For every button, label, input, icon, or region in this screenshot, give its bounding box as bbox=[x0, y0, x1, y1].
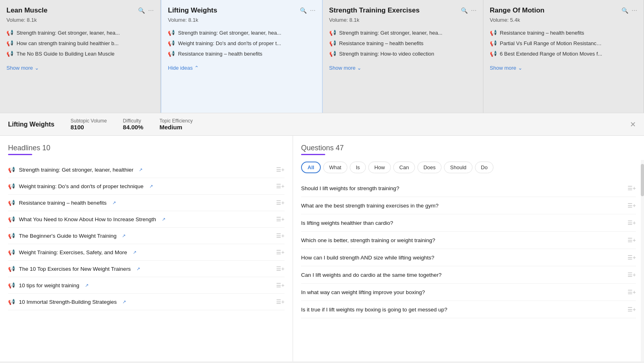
card-item-text: Strength training: Get stronger, leaner,… bbox=[178, 30, 281, 36]
add-to-list-icon[interactable]: ☰+ bbox=[276, 216, 285, 222]
more-icon[interactable]: ⋯ bbox=[471, 7, 477, 14]
card-volume: Volume: 8.1k bbox=[168, 17, 315, 23]
add-to-list-icon[interactable]: ☰+ bbox=[276, 249, 285, 255]
card-item-text: Resistance training – health benefits bbox=[178, 51, 262, 57]
more-icon[interactable]: ⋯ bbox=[148, 7, 154, 14]
card-item-text: How can strength training build healthie… bbox=[17, 40, 119, 46]
external-link-icon[interactable]: ↗ bbox=[122, 233, 126, 239]
megaphone-icon: 📢 bbox=[490, 40, 497, 46]
add-to-list-icon[interactable]: ☰+ bbox=[627, 202, 636, 209]
headline-text: Strength training: Get stronger, leaner,… bbox=[19, 167, 133, 173]
card-title: Range Of Motion bbox=[490, 6, 545, 15]
filter-tab-what[interactable]: What bbox=[323, 162, 347, 173]
card-volume: Volume: 8.1k bbox=[329, 17, 477, 23]
show-more-link[interactable]: Show more ⌄ bbox=[490, 65, 637, 71]
filter-tab-how[interactable]: How bbox=[368, 162, 391, 173]
external-link-icon[interactable]: ↗ bbox=[122, 299, 126, 305]
external-link-icon[interactable]: ↗ bbox=[85, 283, 89, 288]
headline-item: 📢Resistance training – health benefits ↗… bbox=[8, 195, 285, 211]
filter-tab-does[interactable]: Does bbox=[417, 162, 442, 173]
panel-stat-value: Medium bbox=[159, 124, 192, 131]
add-to-list-icon[interactable]: ☰+ bbox=[276, 183, 285, 189]
questions-count: 47 bbox=[336, 144, 344, 152]
filter-tab-all[interactable]: All bbox=[301, 162, 321, 173]
external-link-icon[interactable]: ↗ bbox=[162, 217, 165, 222]
headline-text: What You Need to Know About How to Incre… bbox=[19, 216, 156, 222]
add-to-list-icon[interactable]: ☰+ bbox=[627, 254, 636, 261]
scroll-thumb[interactable] bbox=[641, 164, 644, 196]
content-row: Headlines 10 📢Strength training: Get str… bbox=[0, 136, 644, 361]
headline-item: 📢Weight Training: Exercises, Safety, and… bbox=[8, 244, 285, 261]
show-more-label: Show more bbox=[6, 65, 33, 71]
megaphone-blue-icon: 📢 bbox=[8, 216, 15, 222]
close-button[interactable]: ✕ bbox=[630, 120, 636, 129]
chevron-up-icon: ⌃ bbox=[194, 65, 199, 71]
megaphone-icon: 📢 bbox=[6, 29, 13, 36]
headline-text: The Beginner's Guide to Weight Training bbox=[19, 233, 116, 239]
show-more-link[interactable]: Show more ⌄ bbox=[329, 65, 477, 71]
add-to-list-icon[interactable]: ☰+ bbox=[276, 266, 285, 272]
scroll-track[interactable] bbox=[641, 160, 644, 361]
add-to-list-icon[interactable]: ☰+ bbox=[627, 306, 636, 313]
add-to-list-icon[interactable]: ☰+ bbox=[276, 232, 285, 239]
questions-list: Should I lift weights for strength train… bbox=[301, 180, 636, 318]
headline-left: 📢10 tips for weight training ↗ bbox=[8, 282, 89, 288]
more-icon[interactable]: ⋯ bbox=[632, 7, 637, 14]
filter-tab-do[interactable]: Do bbox=[475, 162, 494, 173]
megaphone-blue-icon: 📢 bbox=[8, 232, 15, 239]
card-item: 📢 The No BS Guide to Building Lean Muscl… bbox=[6, 50, 154, 57]
add-to-list-icon[interactable]: ☰+ bbox=[276, 299, 285, 305]
more-icon[interactable]: ⋯ bbox=[310, 7, 316, 14]
add-to-list-icon[interactable]: ☰+ bbox=[276, 282, 285, 288]
show-more-link[interactable]: Show more ⌄ bbox=[6, 65, 154, 71]
add-to-list-icon[interactable]: ☰+ bbox=[627, 272, 636, 278]
add-to-list-icon[interactable]: ☰+ bbox=[627, 237, 636, 243]
headline-left: 📢The Beginner's Guide to Weight Training… bbox=[8, 232, 126, 239]
filter-tab-is[interactable]: Is bbox=[350, 162, 366, 173]
panel-stat-label: Difficulty bbox=[123, 118, 143, 124]
card-strength-training: Strength Training Exercises 🔍 ⋯ Volume: … bbox=[323, 0, 483, 113]
add-to-list-icon[interactable]: ☰+ bbox=[627, 220, 636, 226]
show-more-label: Show more bbox=[490, 65, 516, 71]
card-volume: Volume: 8.1k bbox=[6, 17, 154, 23]
search-icon[interactable]: 🔍 bbox=[138, 7, 145, 14]
headline-text: The 10 Top Exercises for New Weight Trai… bbox=[19, 266, 131, 272]
headlines-title: Headlines 10 bbox=[8, 144, 285, 152]
megaphone-icon: 📢 bbox=[6, 50, 13, 57]
question-item: Can I lift weights and do cardio at the … bbox=[301, 266, 636, 284]
external-link-icon[interactable]: ↗ bbox=[149, 184, 153, 189]
headlines-list: 📢Strength training: Get stronger, leaner… bbox=[8, 162, 285, 310]
external-link-icon[interactable]: ↗ bbox=[136, 266, 140, 272]
search-icon[interactable]: 🔍 bbox=[621, 7, 628, 14]
card-item: 📢 Strength training: Get stronger, leane… bbox=[329, 29, 477, 36]
section-underline bbox=[301, 154, 325, 155]
card-item-text: Strength training: How-to video collecti… bbox=[339, 51, 434, 57]
filter-tab-should[interactable]: Should bbox=[444, 162, 472, 173]
megaphone-icon: 📢 bbox=[490, 50, 497, 57]
add-to-list-icon[interactable]: ☰+ bbox=[276, 166, 285, 173]
card-item-text: 6 Best Extended Range of Motion Moves f.… bbox=[500, 51, 602, 57]
card-title: Strength Training Exercises bbox=[329, 6, 420, 15]
add-to-list-icon[interactable]: ☰+ bbox=[627, 185, 636, 191]
show-more-label: Show more bbox=[329, 65, 356, 71]
question-text: Can I lift weights and do cardio at the … bbox=[301, 272, 442, 278]
external-link-icon[interactable]: ↗ bbox=[139, 167, 142, 172]
chevron-down-icon: ⌄ bbox=[357, 65, 361, 71]
megaphone-icon: 📢 bbox=[329, 40, 336, 46]
search-icon[interactable]: 🔍 bbox=[461, 7, 468, 14]
card-item-text: Strength training: Get stronger, leaner,… bbox=[17, 30, 120, 36]
external-link-icon[interactable]: ↗ bbox=[112, 200, 116, 205]
filter-tab-can[interactable]: Can bbox=[393, 162, 415, 173]
megaphone-gray-icon: 📢 bbox=[8, 282, 15, 288]
external-link-icon[interactable]: ↗ bbox=[133, 250, 136, 255]
hide-ideas-link[interactable]: Hide ideas ⌃ bbox=[168, 65, 315, 71]
megaphone-gray-icon: 📢 bbox=[8, 299, 15, 305]
megaphone-blue-icon: 📢 bbox=[8, 199, 15, 206]
card-items: 📢 Strength training: Get stronger, leane… bbox=[168, 29, 315, 57]
add-to-list-icon[interactable]: ☰+ bbox=[276, 199, 285, 206]
add-to-list-icon[interactable]: ☰+ bbox=[627, 289, 636, 295]
panel-stat-label: Subtopic Volume bbox=[70, 118, 107, 124]
search-icon[interactable]: 🔍 bbox=[300, 7, 307, 14]
card-item: 📢 Strength training: How-to video collec… bbox=[329, 50, 477, 57]
headline-text: Weight training: Do's and don'ts of prop… bbox=[19, 183, 144, 189]
